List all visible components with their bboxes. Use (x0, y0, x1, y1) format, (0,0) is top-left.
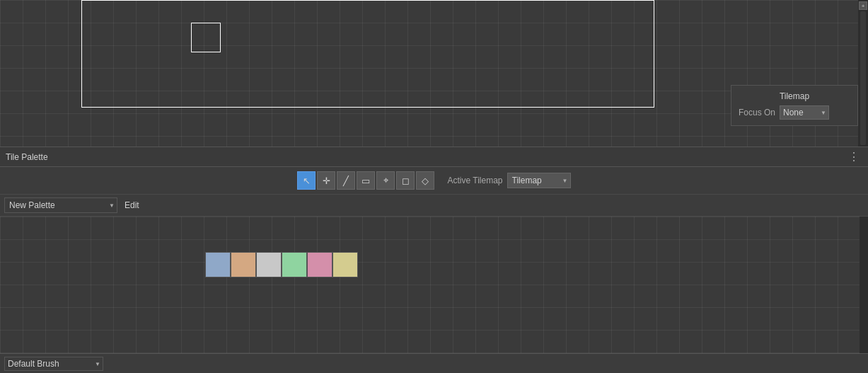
active-tilemap-label: Active Tilemap (447, 176, 502, 185)
palette-controls: New Palette Edit (0, 195, 868, 217)
fill-tool-button[interactable]: ◇ (416, 171, 434, 190)
active-tilemap-select[interactable]: Tilemap (507, 173, 571, 188)
box-tool-button[interactable]: ▭ (357, 171, 375, 190)
default-brush-select[interactable]: Default Brush (4, 357, 103, 371)
main-grid-view: + Tilemap Focus On None Tilemap (0, 0, 868, 147)
move-tool-button[interactable]: ✛ (317, 171, 335, 190)
palette-toolbar: ↖ ✛ ╱ ▭ ⌖ ◻ ◇ Active Tilemap Tilemap (0, 167, 868, 195)
erase-tool-button[interactable]: ◻ (396, 171, 415, 190)
palette-header: Tile Palette ⋮ (0, 147, 868, 167)
active-tilemap-row: Active Tilemap Tilemap (447, 173, 570, 188)
new-palette-wrapper[interactable]: New Palette (4, 197, 117, 213)
large-selection-rect (81, 0, 654, 108)
tile-grid-area[interactable] (0, 217, 868, 353)
tile-grid-scrollbar[interactable] (860, 217, 868, 353)
palette-title: Tile Palette (6, 152, 48, 162)
scrollbar-track[interactable] (860, 11, 866, 145)
focus-on-label: Focus On (739, 108, 775, 117)
paint-tool-button[interactable]: ╱ (337, 171, 355, 190)
tile-swatch-pink[interactable] (307, 252, 332, 277)
scroll-up-btn[interactable]: + (859, 1, 867, 10)
tilemap-select-wrapper[interactable]: Tilemap (507, 173, 571, 188)
tile-swatch-green[interactable] (282, 252, 307, 277)
tile-swatch-blue[interactable] (205, 252, 231, 277)
edit-button[interactable]: Edit (120, 199, 144, 212)
vertical-scrollbar[interactable]: + (858, 0, 868, 147)
focus-select-wrapper[interactable]: None Tilemap (780, 105, 829, 120)
tilemap-panel: Tilemap Focus On None Tilemap (731, 85, 858, 126)
tilemap-panel-title: Tilemap (739, 91, 850, 101)
tile-swatch-gray[interactable] (256, 252, 282, 277)
focus-on-select[interactable]: None Tilemap (780, 105, 829, 120)
tile-swatches (205, 252, 358, 277)
palette-menu-button[interactable]: ⋮ (845, 150, 862, 163)
focus-row: Focus On None Tilemap (739, 105, 850, 120)
tile-grid-background (0, 217, 868, 353)
bottom-bar: Default Brush (0, 353, 868, 373)
new-palette-select[interactable]: New Palette (4, 197, 117, 213)
select-tool-button[interactable]: ↖ (297, 171, 316, 190)
tile-swatch-orange[interactable] (231, 252, 256, 277)
grid-canvas[interactable] (0, 0, 858, 147)
pick-tool-button[interactable]: ⌖ (376, 171, 395, 190)
default-brush-wrapper[interactable]: Default Brush (4, 357, 103, 371)
small-selection-rect (191, 23, 221, 52)
tile-palette-section: Tile Palette ⋮ ↖ ✛ ╱ ▭ ⌖ ◻ ◇ Active Tile… (0, 147, 868, 373)
tile-swatch-yellow[interactable] (332, 252, 358, 277)
